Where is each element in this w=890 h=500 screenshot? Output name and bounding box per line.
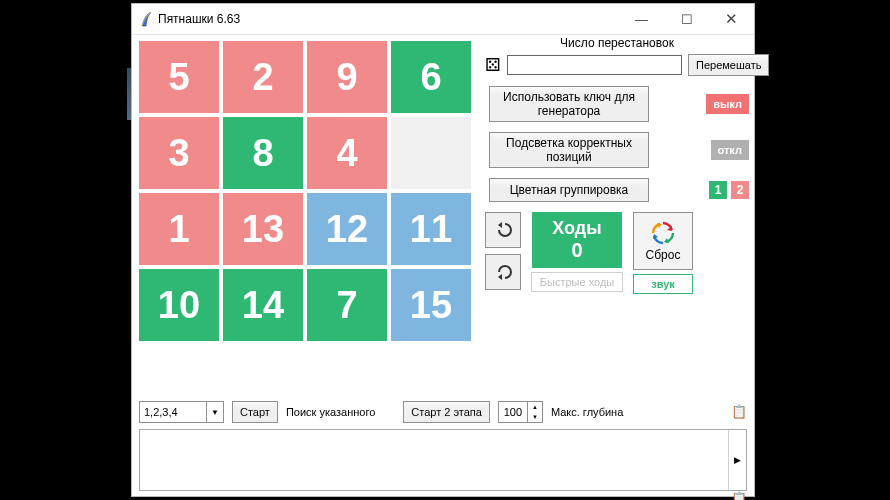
reset-button[interactable]: Сброс	[633, 212, 693, 270]
sequence-value: 1,2,3,4	[139, 401, 207, 423]
results-listbox[interactable]: ▶	[139, 429, 747, 491]
search-label: Поиск указанного	[286, 406, 375, 418]
start-button[interactable]: Старт	[232, 401, 278, 423]
dice-icon[interactable]: ⚄	[485, 55, 501, 75]
use-key-state[interactable]: выкл	[706, 94, 749, 114]
tile-5[interactable]: 5	[139, 41, 219, 113]
moves-number: 0	[571, 239, 582, 262]
tile-14[interactable]: 14	[223, 269, 303, 341]
clipboard-icon-2[interactable]: 📋	[731, 491, 747, 500]
tile-6[interactable]: 6	[391, 41, 471, 113]
color-chip-1[interactable]: 1	[709, 181, 727, 199]
empty-slot	[391, 117, 471, 189]
tile-8[interactable]: 8	[223, 117, 303, 189]
tile-15[interactable]: 15	[391, 269, 471, 341]
depth-value: 100	[498, 401, 528, 423]
chevron-down-icon[interactable]: ▼	[207, 401, 224, 423]
maximize-button[interactable]: ☐	[664, 5, 709, 34]
side-panel: Число перестановок ⚄ Перемешать Использо…	[485, 36, 749, 294]
color-group-button[interactable]: Цветная группировка	[489, 178, 649, 202]
permutations-input[interactable]	[507, 55, 682, 75]
highlight-state[interactable]: откл	[711, 140, 749, 160]
sequence-combo[interactable]: 1,2,3,4 ▼	[139, 401, 224, 423]
shuffle-button[interactable]: Перемешать	[688, 54, 769, 76]
app-window: Пятнашки 6.63 — ☐ ✕ 52963841131211101471…	[131, 3, 755, 497]
close-button[interactable]: ✕	[709, 5, 754, 34]
use-key-button[interactable]: Использовать ключ для генератора	[489, 86, 649, 122]
color-chip-2[interactable]: 2	[731, 181, 749, 199]
moves-label: Ходы	[552, 218, 601, 239]
tile-3[interactable]: 3	[139, 117, 219, 189]
tile-11[interactable]: 11	[391, 193, 471, 265]
depth-spinner[interactable]: 100 ▲▼	[498, 401, 543, 423]
start-stage2-button[interactable]: Старт 2 этапа	[403, 401, 490, 423]
tile-10[interactable]: 10	[139, 269, 219, 341]
tile-9[interactable]: 9	[307, 41, 387, 113]
tile-12[interactable]: 12	[307, 193, 387, 265]
bottom-panel: 1,2,3,4 ▼ Старт Поиск указанного Старт 2…	[139, 401, 747, 500]
highlight-button[interactable]: Подсветка корректных позиций	[489, 132, 649, 168]
game-board: 529638411312111014715	[139, 41, 471, 341]
spin-up-icon[interactable]: ▲	[528, 402, 542, 412]
redo-button[interactable]	[485, 254, 521, 290]
sound-button[interactable]: звук	[633, 274, 693, 294]
fast-moves-button[interactable]: Быстрые ходы	[531, 272, 623, 292]
tile-4[interactable]: 4	[307, 117, 387, 189]
spin-down-icon[interactable]: ▼	[528, 412, 542, 422]
clipboard-icon[interactable]: 📋	[731, 404, 747, 420]
window-title: Пятнашки 6.63	[158, 12, 619, 26]
tile-1[interactable]: 1	[139, 193, 219, 265]
depth-label: Макс. глубина	[551, 406, 623, 418]
titlebar[interactable]: Пятнашки 6.63 — ☐ ✕	[132, 4, 754, 35]
moves-counter: Ходы 0	[532, 212, 622, 268]
app-icon	[140, 11, 152, 27]
minimize-button[interactable]: —	[619, 5, 664, 34]
permutations-label: Число перестановок	[485, 36, 749, 50]
undo-button[interactable]	[485, 212, 521, 248]
reset-label: Сброс	[646, 248, 681, 262]
results-area	[140, 430, 728, 490]
tile-13[interactable]: 13	[223, 193, 303, 265]
scrollbar[interactable]: ▶	[728, 430, 746, 490]
tile-2[interactable]: 2	[223, 41, 303, 113]
tile-7[interactable]: 7	[307, 269, 387, 341]
